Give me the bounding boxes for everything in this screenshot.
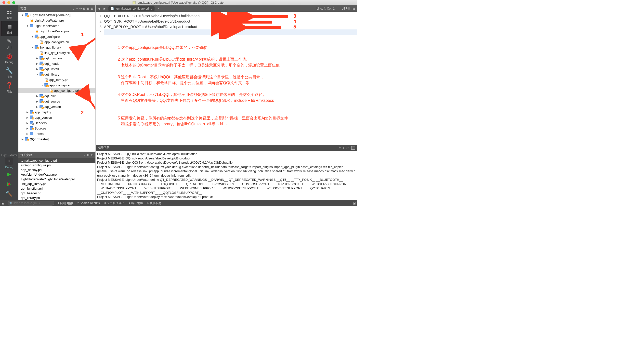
open-doc-item[interactable]: LightUnderWater/LightUnderWater.pro	[18, 177, 95, 182]
close-panel-icon[interactable]: ⊟	[91, 153, 93, 157]
output-popout-icon[interactable]	[351, 146, 355, 150]
tree-row[interactable]: ▶qqt_function	[18, 55, 95, 61]
output-body[interactable]: Project MESSAGE: QQt build root: /Users/…	[96, 151, 357, 200]
tree-expand-icon[interactable]: ▶	[26, 111, 29, 114]
cursor-position[interactable]: Line: 4, Col: 1	[316, 7, 335, 10]
open-doc-item[interactable]: App/LightUnderWater.pro	[18, 172, 95, 177]
toggle-sidebar-icon[interactable]: ▣	[1, 201, 4, 205]
open-doc-item[interactable]: qqt_header.pri	[18, 191, 95, 196]
locator-input[interactable]	[8, 201, 54, 206]
tree-expand-icon[interactable]: ▼	[31, 35, 34, 38]
dropdown-icon[interactable]: ⌄	[72, 7, 75, 10]
link-icon[interactable]: ⊡	[83, 7, 86, 10]
tree-row[interactable]: ▼LightUnderWater [develop]	[18, 12, 95, 18]
tree-row[interactable]: LightUnderWater.pro	[18, 28, 95, 34]
build-mode[interactable]: Debug	[0, 165, 18, 169]
close-tab-icon[interactable]: ✕	[157, 7, 160, 10]
code-content[interactable]: QQT_BUILD_ROOT = /Users/abel/Develop/c0-…	[103, 12, 357, 145]
tree-row[interactable]: LightUnderWater.pro	[18, 18, 95, 23]
statusbar-tab[interactable]: 1 问题 11	[58, 201, 73, 205]
open-doc-item[interactable]: qqt_function.pri	[18, 186, 95, 191]
mode-item[interactable]: ✎设计	[1, 36, 18, 51]
filter-icon[interactable]: ▿	[76, 7, 78, 10]
maximize-window[interactable]	[12, 1, 15, 4]
tree-row[interactable]: ▶Sources	[18, 126, 95, 131]
split-icon[interactable]: ⊞	[87, 7, 89, 10]
tree-row[interactable]: qqt_library.pri	[18, 77, 95, 82]
tree-row[interactable]: ▶qqt_qkit	[18, 93, 95, 99]
tree-row[interactable]: ▶app_deploy	[18, 109, 95, 115]
close-panel-icon[interactable]: ⊟	[91, 7, 93, 10]
tree-expand-icon[interactable]: ▶	[26, 116, 29, 119]
tree-row[interactable]: ▼app_configure	[18, 34, 95, 39]
statusbar-tab[interactable]: 6 概要信息	[148, 201, 162, 205]
tree-expand-icon[interactable]: ▶	[36, 100, 39, 103]
minimize-window[interactable]	[7, 1, 10, 4]
mode-item[interactable]: ≣编辑	[1, 21, 18, 36]
tree-row[interactable]: ▼LightUnderWater	[18, 23, 95, 28]
nav-back-icon[interactable]: ◀	[97, 7, 101, 10]
run-button[interactable]: ▶	[0, 169, 18, 179]
mode-item[interactable]: ❓帮助	[1, 80, 18, 95]
output-expand-icon[interactable]: ⌃	[347, 146, 349, 150]
build-button[interactable]: 🔨	[0, 189, 18, 199]
tree-row[interactable]: ▶qqt_header	[18, 61, 95, 66]
tree-expand-icon[interactable]: ▶	[36, 105, 39, 108]
tree-row[interactable]: ▼app_configure	[18, 82, 95, 88]
mode-item[interactable]: 🐞Debug	[1, 51, 18, 66]
open-documents-list[interactable]: .qmake/app_configure.prisrc/app_configur…	[18, 158, 95, 200]
split-editor-icon[interactable]: ⊞	[352, 7, 356, 10]
tree-row[interactable]: app_configure.pri	[18, 39, 95, 45]
tree-row[interactable]: ▶qqt_install	[18, 66, 95, 72]
tree-expand-icon[interactable]: ▼	[36, 73, 39, 76]
code-line[interactable]: QQT_SDK_ROOT = /Users/abel/Develop/d1-pr…	[104, 19, 357, 24]
open-doc-item[interactable]: qqt_library.pri	[18, 196, 95, 200]
mode-item[interactable]: 🔧项目	[1, 66, 18, 80]
tree-row[interactable]: ▶app_version	[18, 115, 95, 120]
code-editor[interactable]: 1234 QQT_BUILD_ROOT = /Users/abel/Develo…	[96, 12, 357, 145]
tree-expand-icon[interactable]: ▶	[36, 68, 39, 71]
code-line[interactable]	[104, 29, 357, 35]
tree-row[interactable]: ▼link_qqt_library	[18, 45, 95, 50]
tree-row[interactable]: link_qqt_library.pri	[18, 50, 95, 55]
project-tree[interactable]: ▼LightUnderWater [develop]LightUnderWate…	[18, 12, 95, 151]
split-icon[interactable]: ⊞	[87, 153, 89, 157]
output-filter-icon[interactable]: ≛	[338, 146, 341, 150]
tree-row[interactable]: app_configure.pri	[18, 88, 95, 93]
output-prev-icon[interactable]: ‹	[343, 146, 344, 150]
kit-selector[interactable]: Light…Water	[0, 153, 18, 157]
sync-icon[interactable]: ⟲	[79, 7, 82, 10]
tree-expand-icon[interactable]: ▼	[31, 46, 34, 49]
statusbar-tab[interactable]: 3 应用程序输出	[104, 201, 124, 205]
tree-expand-icon[interactable]: ▶	[36, 57, 39, 60]
tree-expand-icon[interactable]: ▼	[26, 24, 29, 27]
encoding-selector[interactable]: UTF-8	[341, 7, 350, 10]
progress-icon[interactable]: ▣	[353, 201, 356, 205]
locator[interactable]	[8, 201, 54, 206]
tree-row[interactable]: ▶Headers	[18, 120, 95, 126]
code-line[interactable]: APP_DEPLOY_ROOT = /Users/abel/Develop/d1…	[104, 24, 357, 29]
tree-row[interactable]: ▼qqt_library	[18, 72, 95, 77]
mode-item[interactable]: ⚏欢迎	[1, 7, 18, 21]
tree-row[interactable]: ▶Forms	[18, 131, 95, 136]
tree-expand-icon[interactable]: ▼	[40, 84, 44, 87]
statusbar-tab[interactable]: 2 Search Results	[77, 201, 100, 205]
file-tab-dropdown[interactable]: ⌄	[150, 7, 153, 10]
statusbar-tab[interactable]: 4 编译输出	[129, 201, 143, 205]
dropdown-icon[interactable]: ⌄	[83, 153, 86, 157]
tree-expand-icon[interactable]: ▼	[21, 14, 24, 16]
kit-icon[interactable]: 🖥	[5, 157, 13, 165]
close-window[interactable]	[2, 1, 5, 4]
tree-expand-icon[interactable]: ▶	[36, 62, 39, 65]
open-doc-item[interactable]: .qmake/app_configure.pri	[18, 158, 95, 163]
code-line[interactable]: QQT_BUILD_ROOT = /Users/abel/Develop/c0-…	[104, 13, 357, 19]
tree-row[interactable]: ▶QQt [master]	[18, 136, 95, 142]
tree-expand-icon[interactable]: ▶	[21, 138, 24, 141]
tree-expand-icon[interactable]: ▶	[26, 127, 29, 130]
file-tab[interactable]: 📄 .qmake/app_configure.pri ⌄	[108, 6, 155, 11]
tree-row[interactable]: ▶qqt_version	[18, 104, 95, 109]
tree-expand-icon[interactable]: ▶	[36, 95, 39, 97]
tree-expand-icon[interactable]: ▶	[26, 133, 29, 135]
tree-expand-icon[interactable]: ▶	[26, 122, 29, 124]
nav-forward-icon[interactable]: ▶	[103, 7, 106, 10]
